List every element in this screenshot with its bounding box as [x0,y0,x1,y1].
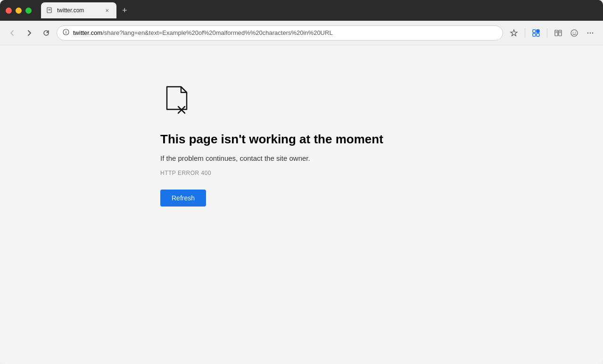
svg-rect-8 [533,33,536,36]
toolbar-actions [507,26,597,40]
emoji-button[interactable] [567,26,581,40]
svg-rect-11 [559,30,562,36]
error-description: If the problem continues, contact the si… [160,154,310,162]
refresh-button[interactable]: Refresh [160,190,206,207]
extensions-button[interactable] [529,26,543,40]
svg-point-16 [571,30,578,36]
more-options-button[interactable] [583,26,597,40]
maximize-button[interactable] [25,8,32,14]
tab-title: twitter.com [57,7,99,14]
svg-point-5 [66,31,66,31]
svg-point-21 [592,32,593,33]
minimize-button[interactable] [16,8,22,14]
forward-button[interactable] [23,26,36,40]
url-path: /share?lang=en&text=Example%20of%20malfo… [102,29,333,36]
error-code: HTTP ERROR 400 [160,170,211,176]
error-title: This page isn't working at the moment [160,132,383,147]
reader-mode-button[interactable] [551,26,565,40]
close-button[interactable] [6,8,12,14]
address-info-icon [63,29,69,37]
address-bar-url: twitter.com/share?lang=en&text=Example%2… [73,29,497,36]
back-button[interactable] [6,26,19,40]
svg-rect-9 [537,33,539,36]
svg-point-19 [587,32,588,33]
svg-point-18 [575,32,576,33]
svg-rect-7 [537,30,539,33]
title-bar: twitter.com ✕ + [0,0,603,21]
reload-button[interactable] [40,26,53,40]
tab-favicon-icon [47,7,53,14]
toolbar: twitter.com/share?lang=en&text=Example%2… [0,21,603,45]
page-content: This page isn't working at the moment If… [0,45,603,364]
toolbar-separator [525,28,525,38]
error-icon [160,83,193,118]
traffic-lights [6,8,32,14]
browser-tab[interactable]: twitter.com ✕ [41,2,116,18]
tab-close-icon[interactable]: ✕ [103,7,111,14]
new-tab-button[interactable]: + [118,4,131,17]
error-container: This page isn't working at the moment If… [160,83,383,207]
address-bar[interactable]: twitter.com/share?lang=en&text=Example%2… [57,25,503,41]
svg-rect-6 [533,30,536,33]
svg-rect-10 [555,30,558,36]
favorite-button[interactable] [507,26,521,40]
browser-window: twitter.com ✕ + [0,0,603,364]
svg-point-20 [590,32,591,33]
url-domain: twitter.com [73,29,102,36]
svg-point-17 [573,32,574,33]
toolbar-separator-2 [547,28,547,38]
